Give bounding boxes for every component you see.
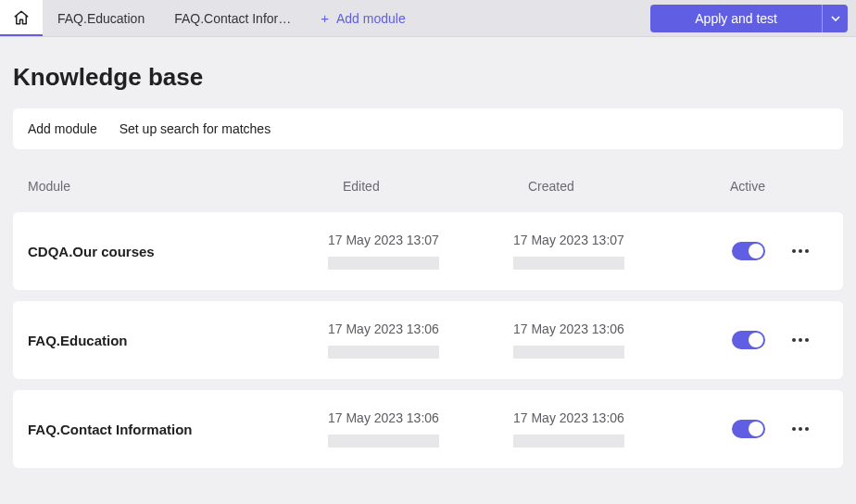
apply-label: Apply and test [695,11,777,26]
active-cell [708,420,773,438]
edited-cell: 17 May 2023 13:06 [328,410,513,447]
created-date: 17 May 2023 13:06 [513,410,708,425]
page-title: Knowledge base [0,37,856,108]
row-menu-button[interactable] [773,427,828,431]
module-name: FAQ.Education [28,333,328,348]
edited-date: 17 May 2023 13:07 [328,233,513,247]
col-active: Active [723,179,773,194]
active-cell [708,331,773,349]
edited-date: 17 May 2023 13:06 [328,410,513,425]
spacer [421,0,651,36]
created-cell: 17 May 2023 13:06 [513,321,708,359]
tab-label: FAQ.Education [57,11,145,26]
more-icon [792,427,809,431]
col-edited: Edited [343,179,528,194]
module-name: CDQA.Our courses [28,244,328,259]
placeholder-bar [328,435,439,447]
apply-and-test-button-group: Apply and test [650,5,848,32]
created-cell: 17 May 2023 13:07 [513,233,708,270]
more-icon [792,249,809,253]
home-icon [13,9,30,26]
topbar: FAQ.Education FAQ.Contact Infor… + Add m… [0,0,856,37]
add-module-tab-button[interactable]: + Add module [306,0,420,36]
edited-date: 17 May 2023 13:06 [328,321,513,336]
plus-icon: + [321,11,329,25]
caret-down-icon [831,14,840,23]
edited-cell: 17 May 2023 13:06 [328,321,513,359]
tab-faq-education[interactable]: FAQ.Education [43,0,159,36]
tab-faq-contact[interactable]: FAQ.Contact Infor… [159,0,306,36]
apply-and-test-button[interactable]: Apply and test [650,5,822,32]
home-button[interactable] [0,0,43,36]
apply-dropdown-button[interactable] [822,5,848,32]
active-toggle[interactable] [732,331,765,349]
table-row[interactable]: FAQ.Contact Information 17 May 2023 13:0… [13,390,843,468]
col-menu [773,179,828,194]
active-toggle[interactable] [732,242,765,260]
table-header: Module Edited Created Active [0,166,856,207]
apply-wrap: Apply and test [650,0,856,36]
placeholder-bar [513,435,624,447]
col-module: Module [28,179,343,194]
edited-cell: 17 May 2023 13:07 [328,233,513,270]
setup-search-link[interactable]: Set up search for matches [120,121,271,136]
module-name: FAQ.Contact Information [28,422,328,437]
more-icon [792,338,809,342]
placeholder-bar [513,346,624,359]
table-row[interactable]: FAQ.Education 17 May 2023 13:06 17 May 2… [13,301,843,379]
add-module-link[interactable]: Add module [28,121,97,136]
tab-label: FAQ.Contact Infor… [174,11,291,26]
placeholder-bar [328,257,439,270]
table-row[interactable]: CDQA.Our courses 17 May 2023 13:07 17 Ma… [13,212,843,290]
active-cell [708,242,773,260]
col-created: Created [528,179,723,194]
active-toggle[interactable] [732,420,765,438]
created-cell: 17 May 2023 13:06 [513,410,708,447]
created-date: 17 May 2023 13:07 [513,233,708,247]
actions-bar: Add module Set up search for matches [13,108,843,149]
table-rows: CDQA.Our courses 17 May 2023 13:07 17 Ma… [0,212,856,468]
add-module-label: Add module [336,11,406,26]
created-date: 17 May 2023 13:06 [513,321,708,336]
row-menu-button[interactable] [773,338,828,342]
row-menu-button[interactable] [773,249,828,253]
placeholder-bar [328,346,439,359]
placeholder-bar [513,257,624,270]
